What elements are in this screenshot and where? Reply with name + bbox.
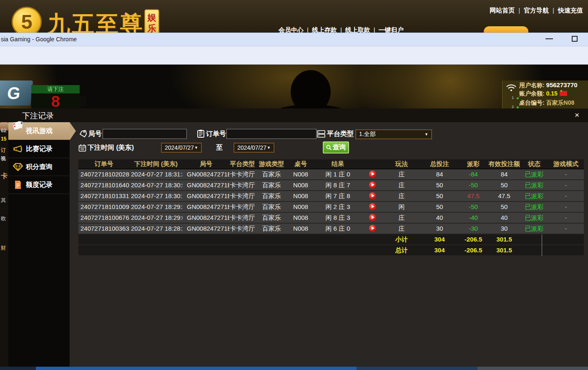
table-cell: 卡卡湾厅 — [229, 191, 255, 201]
background-text-fragment: 欧 — [1, 215, 6, 222]
sidebar-item-1[interactable]: K♥9视讯游戏 — [8, 122, 70, 140]
table-cell: 闲 7 庄 8 — [314, 191, 362, 201]
table-cell — [362, 202, 383, 212]
table-cell: 百家乐 — [255, 169, 288, 179]
platform-type-select[interactable]: 1.全部 ▼ — [355, 129, 432, 139]
user-name-row: 用户名称: 956273770 — [519, 81, 578, 89]
table-cell — [288, 245, 314, 255]
table-cell: GN008247271BG — [183, 224, 229, 234]
dealer-head — [291, 70, 331, 113]
bet-records-modal: 下注记录 × K♥9视讯游戏比赛记录积分查询额度记录 局号 订单号 平台类型 1… — [8, 108, 588, 367]
top-links: 网站首页|官方导航|快速充值 — [490, 7, 583, 15]
table-cell: 2024-07-27 18:29:37 — [129, 202, 183, 212]
date-from-select[interactable]: 2024/07/27 ▼ — [161, 143, 202, 153]
table-cell: -40 — [459, 213, 488, 223]
maximize-icon[interactable] — [572, 36, 578, 42]
table-cell: 2024-07-27 18:31:36 — [129, 169, 183, 179]
bet-countdown: 请下注 8 — [31, 85, 80, 111]
link-separator: | — [553, 7, 554, 14]
query-button[interactable]: 查询 — [323, 141, 349, 154]
sidebar-item-2[interactable]: 比赛记录 — [8, 140, 70, 158]
order-no-input[interactable] — [226, 129, 317, 139]
play-video-button[interactable] — [369, 192, 376, 199]
play-video-button[interactable] — [369, 181, 376, 189]
table-cell: 卡卡湾厅 — [229, 224, 255, 234]
table-row: 2407271810202802024-07-27 18:31:36GN0082… — [78, 169, 584, 180]
minimize-icon[interactable] — [545, 38, 553, 39]
table-cell — [314, 234, 362, 244]
table-cell: -50 — [459, 180, 488, 190]
table-cell: 已派彩 — [520, 202, 548, 212]
table-cell: 84 — [420, 169, 459, 179]
bet-time-label: 下注时间 (美东) — [88, 143, 134, 152]
address-bar[interactable]: gci.a9b6in.com/agingame/pcv1/index.jsp? — [0, 46, 588, 65]
query-button-label: 查询 — [333, 143, 346, 152]
table-cell: 百家乐 — [255, 202, 288, 212]
play-video-button[interactable] — [369, 214, 376, 221]
bet-prompt: 请下注 — [31, 85, 80, 93]
play-video-button[interactable] — [369, 171, 376, 178]
date-to-select[interactable]: 2024/07/27 ▼ — [234, 143, 274, 153]
sidebar-item-label: 额度记录 — [26, 181, 53, 189]
table-cell: GN008247271BI — [183, 202, 229, 212]
scrollbar-track — [477, 367, 588, 370]
scrollbar-track — [357, 367, 477, 370]
summary-divider — [542, 245, 542, 256]
table-cell: 卡卡湾厅 — [229, 213, 255, 223]
background-text-fragment: 其 — [1, 197, 6, 204]
table-cell: - — [548, 180, 584, 190]
background-text-fragment: 订 — [1, 147, 6, 154]
tag-icon — [79, 130, 87, 138]
round-no-input[interactable] — [103, 129, 187, 139]
column-header: 平台类型 — [229, 159, 255, 169]
table-cell: 庄 — [383, 191, 420, 201]
table-cell — [183, 234, 229, 244]
column-header: 玩法 — [383, 159, 420, 169]
sidebar-item-4[interactable]: 额度记录 — [8, 176, 70, 194]
summary-divider — [542, 234, 542, 245]
sidebar-item-3[interactable]: 积分查询 — [8, 158, 70, 176]
column-header: 订单号 — [78, 159, 129, 169]
table-cell: - — [548, 169, 584, 179]
modal-titlebar: 下注记录 × — [8, 108, 588, 122]
table-cell: 40 — [488, 213, 520, 223]
background-left-strip: 6215订视卡其欧财 — [0, 108, 8, 367]
table-cell: 闲 — [383, 202, 420, 212]
table-cell: 30 — [420, 224, 459, 234]
date-to-value: 2024/07/27 — [237, 144, 266, 151]
horizontal-scrollbar[interactable] — [0, 367, 588, 370]
sidebar-item-label: 比赛记录 — [26, 145, 53, 154]
top-link-1[interactable]: 网站首页 — [490, 7, 515, 14]
to-label: 至 — [216, 143, 223, 152]
table-cell: -206.5 — [459, 234, 488, 244]
table-cell — [362, 180, 383, 190]
table-cell: - — [548, 202, 584, 212]
table-cell: -50 — [459, 202, 488, 212]
table-cell — [78, 234, 129, 244]
search-icon — [326, 145, 332, 151]
table-cell: 50 — [420, 202, 459, 212]
table-cell — [255, 234, 288, 244]
close-icon[interactable]: × — [575, 111, 579, 119]
table-cell: N008 — [288, 224, 314, 234]
table-cell: 百家乐 — [255, 213, 288, 223]
column-header: 有效投注额 — [488, 159, 520, 169]
background-text-fragment: 财 — [1, 244, 6, 252]
top-link-3[interactable]: 快速充值 — [558, 7, 583, 14]
table-cell: 2024-07-27 18:28:21 — [129, 224, 183, 234]
scrollbar-thumb[interactable] — [36, 367, 357, 370]
table-cell — [520, 245, 548, 255]
play-video-button[interactable] — [369, 225, 376, 232]
wifi-icon — [506, 84, 517, 92]
table-row: 2407271810067632024-07-27 18:29:00GN0082… — [78, 213, 584, 224]
table-cell: GN008247271BJ — [183, 191, 229, 201]
background-text-fragment: 视 — [1, 155, 6, 162]
link-separator: | — [518, 7, 520, 14]
play-video-button[interactable] — [369, 203, 376, 210]
table-cell: 50 — [420, 191, 459, 201]
table-cell — [362, 191, 383, 201]
platform-type-value: 1.全部 — [359, 131, 376, 138]
asia-gaming-logo: G — [0, 81, 33, 106]
top-link-2[interactable]: 官方导航 — [524, 7, 549, 14]
table-cell: 闲 2 庄 3 — [314, 202, 362, 212]
